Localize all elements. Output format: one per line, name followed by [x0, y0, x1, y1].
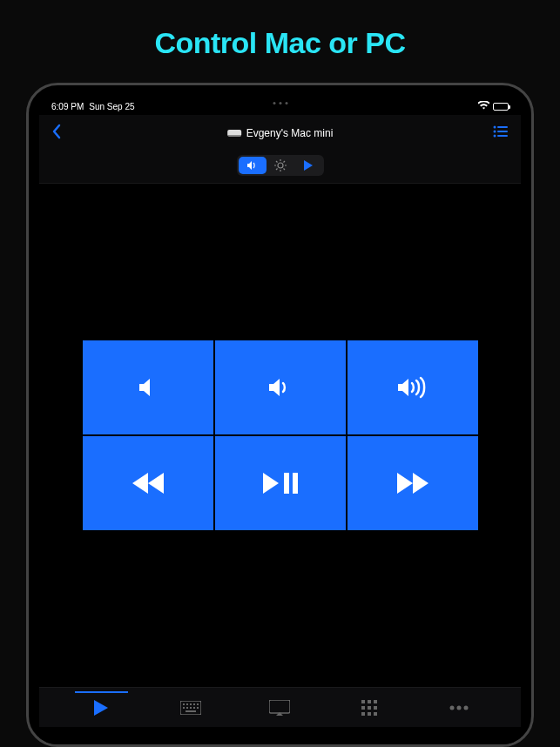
svg-point-39 [449, 705, 454, 710]
svg-point-0 [494, 126, 496, 129]
tab-remote[interactable] [57, 700, 146, 716]
svg-line-13 [276, 169, 278, 171]
segment-play[interactable] [294, 157, 322, 174]
svg-rect-15 [284, 473, 289, 494]
svg-line-14 [283, 161, 285, 163]
svg-rect-20 [190, 703, 192, 705]
svg-rect-35 [374, 706, 377, 710]
nav-title: Evgeny's Mac mini [227, 127, 334, 139]
tablet-frame: 6:09 PM Sun Sep 25 Evgeny's Mac mini [26, 83, 534, 747]
multitask-dots-icon [273, 102, 287, 104]
svg-rect-19 [186, 703, 188, 705]
svg-rect-28 [186, 710, 196, 712]
segmented-control [39, 151, 521, 184]
svg-rect-27 [197, 707, 199, 709]
volume-up-button[interactable] [347, 340, 478, 434]
screen: 6:09 PM Sun Sep 25 Evgeny's Mac mini [39, 96, 521, 744]
svg-rect-5 [497, 135, 508, 137]
tab-keyboard[interactable] [146, 701, 236, 715]
svg-rect-21 [193, 703, 195, 705]
mute-button[interactable] [83, 340, 213, 434]
svg-rect-25 [190, 707, 192, 709]
svg-rect-31 [368, 700, 371, 703]
svg-line-12 [283, 169, 285, 171]
svg-rect-30 [361, 700, 365, 703]
svg-rect-37 [368, 712, 371, 716]
svg-point-6 [278, 163, 283, 168]
svg-point-40 [456, 705, 461, 710]
wifi-icon [478, 101, 489, 111]
rewind-button[interactable] [83, 436, 213, 530]
tab-screen[interactable] [235, 700, 325, 716]
svg-point-4 [494, 135, 496, 138]
svg-rect-24 [186, 707, 188, 709]
battery-icon [493, 103, 509, 111]
volume-down-button[interactable] [215, 340, 346, 434]
svg-rect-34 [368, 706, 371, 710]
back-button[interactable] [51, 122, 62, 145]
tab-apps[interactable] [325, 700, 415, 716]
control-grid [83, 340, 478, 530]
status-bar: 6:09 PM Sun Sep 25 [39, 96, 521, 115]
play-pause-button[interactable] [215, 436, 346, 530]
nav-title-text: Evgeny's Mac mini [246, 127, 334, 139]
svg-rect-29 [269, 700, 290, 713]
svg-rect-36 [361, 712, 365, 716]
segment-volume[interactable] [239, 157, 267, 174]
main-area [39, 184, 521, 687]
svg-rect-18 [183, 703, 185, 705]
headline: Control Mac or PC [0, 0, 560, 60]
mac-mini-icon [227, 130, 241, 137]
segment-brightness[interactable] [267, 157, 294, 174]
svg-line-11 [276, 161, 278, 163]
svg-point-2 [494, 131, 496, 133]
status-date: Sun Sep 25 [89, 102, 134, 111]
svg-rect-16 [293, 473, 298, 494]
tab-more[interactable] [414, 705, 503, 710]
svg-rect-1 [497, 126, 508, 128]
svg-rect-33 [361, 706, 365, 710]
svg-rect-23 [183, 707, 185, 709]
svg-rect-26 [193, 707, 195, 709]
svg-rect-22 [197, 703, 199, 705]
forward-button[interactable] [347, 436, 478, 530]
svg-rect-32 [374, 700, 377, 703]
status-time: 6:09 PM [51, 102, 84, 111]
tab-bar [39, 687, 521, 727]
list-button[interactable] [493, 125, 509, 141]
svg-rect-3 [497, 131, 508, 132]
svg-point-41 [463, 705, 468, 710]
nav-bar: Evgeny's Mac mini [39, 115, 521, 151]
svg-rect-38 [374, 712, 377, 716]
